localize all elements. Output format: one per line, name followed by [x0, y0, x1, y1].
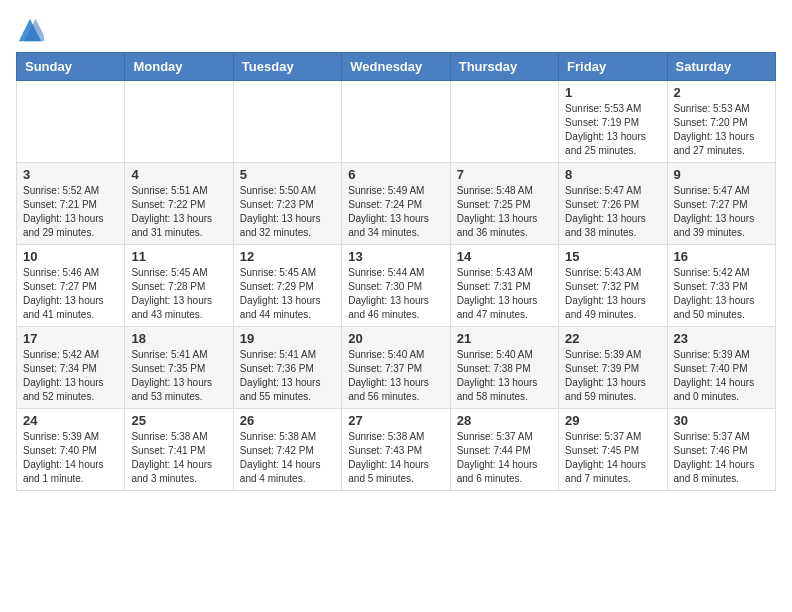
calendar-cell: 3Sunrise: 5:52 AM Sunset: 7:21 PM Daylig…: [17, 163, 125, 245]
day-detail: Sunrise: 5:37 AM Sunset: 7:46 PM Dayligh…: [674, 430, 769, 486]
day-number: 12: [240, 249, 335, 264]
day-number: 16: [674, 249, 769, 264]
calendar-cell: 27Sunrise: 5:38 AM Sunset: 7:43 PM Dayli…: [342, 409, 450, 491]
logo-icon: [16, 16, 44, 44]
day-number: 20: [348, 331, 443, 346]
day-detail: Sunrise: 5:41 AM Sunset: 7:36 PM Dayligh…: [240, 348, 335, 404]
day-number: 4: [131, 167, 226, 182]
calendar-week-row: 17Sunrise: 5:42 AM Sunset: 7:34 PM Dayli…: [17, 327, 776, 409]
calendar-cell: 9Sunrise: 5:47 AM Sunset: 7:27 PM Daylig…: [667, 163, 775, 245]
day-detail: Sunrise: 5:41 AM Sunset: 7:35 PM Dayligh…: [131, 348, 226, 404]
calendar-cell: 26Sunrise: 5:38 AM Sunset: 7:42 PM Dayli…: [233, 409, 341, 491]
day-number: 9: [674, 167, 769, 182]
calendar-body: 1Sunrise: 5:53 AM Sunset: 7:19 PM Daylig…: [17, 81, 776, 491]
day-number: 24: [23, 413, 118, 428]
day-number: 19: [240, 331, 335, 346]
day-detail: Sunrise: 5:42 AM Sunset: 7:33 PM Dayligh…: [674, 266, 769, 322]
weekday-header: Thursday: [450, 53, 558, 81]
calendar-cell: 19Sunrise: 5:41 AM Sunset: 7:36 PM Dayli…: [233, 327, 341, 409]
day-detail: Sunrise: 5:45 AM Sunset: 7:29 PM Dayligh…: [240, 266, 335, 322]
weekday-header: Monday: [125, 53, 233, 81]
day-number: 3: [23, 167, 118, 182]
weekday-header: Sunday: [17, 53, 125, 81]
day-number: 30: [674, 413, 769, 428]
day-detail: Sunrise: 5:49 AM Sunset: 7:24 PM Dayligh…: [348, 184, 443, 240]
calendar-cell: 4Sunrise: 5:51 AM Sunset: 7:22 PM Daylig…: [125, 163, 233, 245]
calendar-week-row: 24Sunrise: 5:39 AM Sunset: 7:40 PM Dayli…: [17, 409, 776, 491]
day-number: 5: [240, 167, 335, 182]
weekday-header: Wednesday: [342, 53, 450, 81]
page-header: [16, 16, 776, 44]
day-detail: Sunrise: 5:39 AM Sunset: 7:40 PM Dayligh…: [23, 430, 118, 486]
day-detail: Sunrise: 5:50 AM Sunset: 7:23 PM Dayligh…: [240, 184, 335, 240]
day-detail: Sunrise: 5:44 AM Sunset: 7:30 PM Dayligh…: [348, 266, 443, 322]
day-number: 26: [240, 413, 335, 428]
calendar-cell: [17, 81, 125, 163]
day-number: 10: [23, 249, 118, 264]
day-number: 15: [565, 249, 660, 264]
day-number: 21: [457, 331, 552, 346]
calendar-cell: 10Sunrise: 5:46 AM Sunset: 7:27 PM Dayli…: [17, 245, 125, 327]
calendar-cell: [342, 81, 450, 163]
calendar-table: SundayMondayTuesdayWednesdayThursdayFrid…: [16, 52, 776, 491]
day-number: 14: [457, 249, 552, 264]
day-detail: Sunrise: 5:39 AM Sunset: 7:39 PM Dayligh…: [565, 348, 660, 404]
day-detail: Sunrise: 5:37 AM Sunset: 7:44 PM Dayligh…: [457, 430, 552, 486]
day-number: 27: [348, 413, 443, 428]
calendar-cell: 29Sunrise: 5:37 AM Sunset: 7:45 PM Dayli…: [559, 409, 667, 491]
calendar-week-row: 3Sunrise: 5:52 AM Sunset: 7:21 PM Daylig…: [17, 163, 776, 245]
calendar-cell: 7Sunrise: 5:48 AM Sunset: 7:25 PM Daylig…: [450, 163, 558, 245]
calendar-cell: 23Sunrise: 5:39 AM Sunset: 7:40 PM Dayli…: [667, 327, 775, 409]
calendar-cell: 1Sunrise: 5:53 AM Sunset: 7:19 PM Daylig…: [559, 81, 667, 163]
calendar-cell: 16Sunrise: 5:42 AM Sunset: 7:33 PM Dayli…: [667, 245, 775, 327]
day-detail: Sunrise: 5:39 AM Sunset: 7:40 PM Dayligh…: [674, 348, 769, 404]
calendar-cell: 28Sunrise: 5:37 AM Sunset: 7:44 PM Dayli…: [450, 409, 558, 491]
day-detail: Sunrise: 5:48 AM Sunset: 7:25 PM Dayligh…: [457, 184, 552, 240]
calendar-cell: 13Sunrise: 5:44 AM Sunset: 7:30 PM Dayli…: [342, 245, 450, 327]
day-number: 22: [565, 331, 660, 346]
calendar-cell: 30Sunrise: 5:37 AM Sunset: 7:46 PM Dayli…: [667, 409, 775, 491]
day-detail: Sunrise: 5:42 AM Sunset: 7:34 PM Dayligh…: [23, 348, 118, 404]
calendar-cell: 20Sunrise: 5:40 AM Sunset: 7:37 PM Dayli…: [342, 327, 450, 409]
day-number: 17: [23, 331, 118, 346]
calendar-week-row: 1Sunrise: 5:53 AM Sunset: 7:19 PM Daylig…: [17, 81, 776, 163]
day-detail: Sunrise: 5:43 AM Sunset: 7:32 PM Dayligh…: [565, 266, 660, 322]
calendar-cell: 8Sunrise: 5:47 AM Sunset: 7:26 PM Daylig…: [559, 163, 667, 245]
weekday-header: Friday: [559, 53, 667, 81]
day-detail: Sunrise: 5:40 AM Sunset: 7:38 PM Dayligh…: [457, 348, 552, 404]
day-number: 11: [131, 249, 226, 264]
header-row: SundayMondayTuesdayWednesdayThursdayFrid…: [17, 53, 776, 81]
day-detail: Sunrise: 5:43 AM Sunset: 7:31 PM Dayligh…: [457, 266, 552, 322]
calendar-header: SundayMondayTuesdayWednesdayThursdayFrid…: [17, 53, 776, 81]
day-detail: Sunrise: 5:46 AM Sunset: 7:27 PM Dayligh…: [23, 266, 118, 322]
day-number: 18: [131, 331, 226, 346]
day-detail: Sunrise: 5:47 AM Sunset: 7:26 PM Dayligh…: [565, 184, 660, 240]
day-detail: Sunrise: 5:45 AM Sunset: 7:28 PM Dayligh…: [131, 266, 226, 322]
weekday-header: Tuesday: [233, 53, 341, 81]
day-detail: Sunrise: 5:38 AM Sunset: 7:41 PM Dayligh…: [131, 430, 226, 486]
day-detail: Sunrise: 5:38 AM Sunset: 7:43 PM Dayligh…: [348, 430, 443, 486]
day-number: 1: [565, 85, 660, 100]
calendar-cell: 11Sunrise: 5:45 AM Sunset: 7:28 PM Dayli…: [125, 245, 233, 327]
calendar-cell: 12Sunrise: 5:45 AM Sunset: 7:29 PM Dayli…: [233, 245, 341, 327]
day-number: 6: [348, 167, 443, 182]
day-detail: Sunrise: 5:53 AM Sunset: 7:19 PM Dayligh…: [565, 102, 660, 158]
calendar-cell: 22Sunrise: 5:39 AM Sunset: 7:39 PM Dayli…: [559, 327, 667, 409]
day-detail: Sunrise: 5:47 AM Sunset: 7:27 PM Dayligh…: [674, 184, 769, 240]
day-detail: Sunrise: 5:38 AM Sunset: 7:42 PM Dayligh…: [240, 430, 335, 486]
calendar-cell: [125, 81, 233, 163]
day-number: 29: [565, 413, 660, 428]
day-number: 2: [674, 85, 769, 100]
day-number: 13: [348, 249, 443, 264]
calendar-cell: 24Sunrise: 5:39 AM Sunset: 7:40 PM Dayli…: [17, 409, 125, 491]
day-detail: Sunrise: 5:37 AM Sunset: 7:45 PM Dayligh…: [565, 430, 660, 486]
calendar-cell: 18Sunrise: 5:41 AM Sunset: 7:35 PM Dayli…: [125, 327, 233, 409]
day-number: 8: [565, 167, 660, 182]
day-detail: Sunrise: 5:40 AM Sunset: 7:37 PM Dayligh…: [348, 348, 443, 404]
day-detail: Sunrise: 5:51 AM Sunset: 7:22 PM Dayligh…: [131, 184, 226, 240]
calendar-cell: [233, 81, 341, 163]
day-number: 25: [131, 413, 226, 428]
calendar-cell: 14Sunrise: 5:43 AM Sunset: 7:31 PM Dayli…: [450, 245, 558, 327]
calendar-cell: 15Sunrise: 5:43 AM Sunset: 7:32 PM Dayli…: [559, 245, 667, 327]
calendar-cell: 6Sunrise: 5:49 AM Sunset: 7:24 PM Daylig…: [342, 163, 450, 245]
